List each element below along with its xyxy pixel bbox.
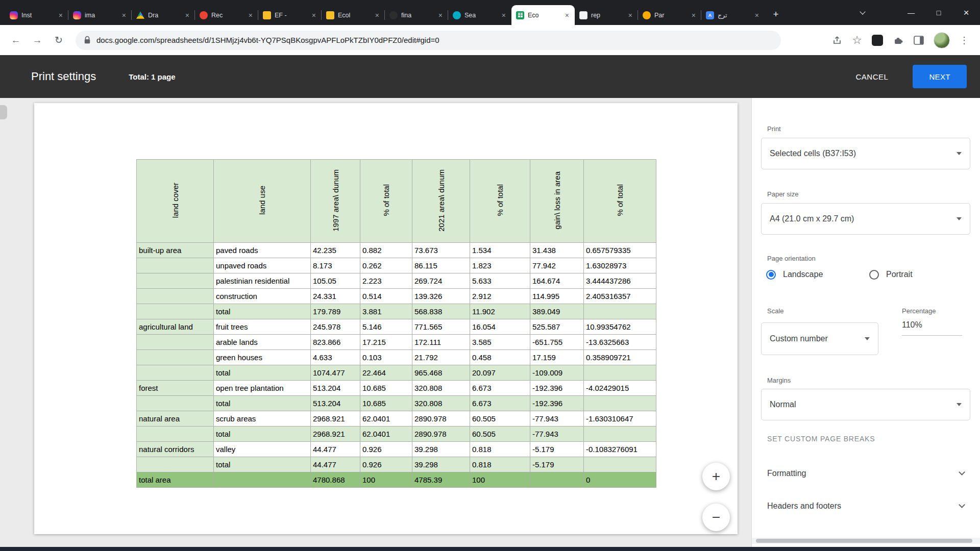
- tab-close-icon[interactable]: ×: [58, 11, 64, 19]
- table-cell: [137, 427, 214, 442]
- print-settings-header: Print settings Total: 1 page CANCEL NEXT: [0, 55, 980, 98]
- table-cell: 3.585: [470, 335, 530, 350]
- tab-close-icon[interactable]: ×: [248, 11, 254, 19]
- cancel-button[interactable]: CANCEL: [853, 67, 892, 86]
- kebab-menu-icon[interactable]: ⋮: [960, 35, 969, 46]
- scale-select[interactable]: Custom number: [761, 322, 878, 355]
- browser-tab[interactable]: ima×: [68, 5, 132, 25]
- table-row: built-up areapaved roads42.2350.88273.67…: [137, 243, 656, 258]
- tab-close-icon[interactable]: ×: [564, 11, 570, 19]
- table-cell: 100: [360, 472, 412, 488]
- tab-title: fina: [401, 12, 434, 19]
- address-bar[interactable]: docs.google.com/spreadsheets/d/1SHMjzj4v…: [76, 31, 781, 50]
- browser-tab[interactable]: Ecol×: [322, 5, 385, 25]
- scrollbar-thumb[interactable]: [756, 539, 972, 543]
- tab-search-chevron-icon[interactable]: [851, 0, 874, 25]
- close-button[interactable]: ×: [952, 0, 980, 25]
- tab-close-icon[interactable]: ×: [374, 11, 380, 19]
- formatting-section-toggle[interactable]: Formatting: [752, 462, 980, 485]
- table-row: natural corridorsvalley44.4770.92639.298…: [137, 442, 656, 457]
- browser-tab[interactable]: fina×: [385, 5, 448, 25]
- headers-footers-section-toggle[interactable]: Headers and footers: [752, 495, 980, 517]
- puzzle-extensions-icon[interactable]: [893, 35, 904, 46]
- lock-icon: [84, 36, 91, 44]
- share-icon[interactable]: [832, 35, 842, 45]
- paper-size-value: A4 (21.0 cm x 29.7 cm): [770, 214, 854, 223]
- print-options-sidebar: Print Selected cells (B37:I53) Paper siz…: [751, 98, 980, 547]
- browser-tab[interactable]: Eco×: [511, 5, 575, 25]
- table-cell: 42.235: [311, 243, 360, 258]
- bookmark-star-icon[interactable]: ☆: [852, 34, 862, 47]
- tab-close-icon[interactable]: ×: [121, 11, 127, 19]
- table-cell: 2968.921: [311, 411, 360, 427]
- browser-tab[interactable]: Aترج×: [701, 5, 765, 25]
- tab-close-icon[interactable]: ×: [184, 11, 190, 19]
- minimize-button[interactable]: —: [897, 0, 925, 25]
- profile-avatar[interactable]: [934, 32, 950, 48]
- table-cell: [214, 472, 311, 488]
- landscape-radio[interactable]: Landscape: [766, 267, 823, 282]
- extension-icon[interactable]: [872, 35, 883, 46]
- browser-tab[interactable]: Rec×: [195, 5, 258, 25]
- next-button[interactable]: NEXT: [913, 65, 967, 88]
- browser-tab[interactable]: Dra×: [132, 5, 195, 25]
- table-cell: 525.587: [530, 319, 584, 335]
- tab-close-icon[interactable]: ×: [311, 11, 317, 19]
- maximize-button[interactable]: □: [925, 0, 952, 25]
- forward-icon[interactable]: →: [29, 32, 46, 49]
- preview-area: land coverland use1997 area\ dunum% of t…: [0, 98, 751, 547]
- browser-tab[interactable]: EF -×: [258, 5, 322, 25]
- browser-tab[interactable]: Inst×: [5, 5, 68, 25]
- table-cell: 0.926: [360, 442, 412, 457]
- scrollbar-thumb[interactable]: [0, 105, 7, 119]
- reload-icon[interactable]: ↻: [50, 32, 67, 49]
- table-row: palestinian residential105.052.223269.72…: [137, 273, 656, 289]
- tab-title: Par: [654, 12, 687, 19]
- new-tab-button[interactable]: +: [768, 6, 784, 22]
- zoom-in-button[interactable]: +: [702, 463, 730, 490]
- tab-close-icon[interactable]: ×: [437, 11, 444, 19]
- set-custom-page-breaks-button[interactable]: SET CUSTOM PAGE BREAKS: [767, 435, 875, 443]
- generic-icon: [389, 11, 398, 19]
- table-cell: [584, 365, 656, 381]
- portrait-radio[interactable]: Portrait: [869, 267, 913, 282]
- tab-close-icon[interactable]: ×: [501, 11, 507, 19]
- table-cell: 0: [584, 472, 656, 488]
- tab-close-icon[interactable]: ×: [627, 11, 633, 19]
- table-cell: arable lands: [214, 335, 311, 350]
- table-cell: 568.838: [412, 304, 470, 319]
- table-cell: construction: [214, 289, 311, 304]
- browser-tab[interactable]: Sea×: [448, 5, 511, 25]
- table-cell: [137, 335, 214, 350]
- percentage-input[interactable]: 110%: [902, 320, 962, 336]
- zoom-out-button[interactable]: −: [702, 504, 730, 531]
- radio-selected-icon: [766, 270, 776, 280]
- tab-title: Ecol: [338, 12, 371, 19]
- browser-toolbar: ← → ↻ docs.google.com/spreadsheets/d/1SH…: [0, 25, 980, 55]
- print-range-select[interactable]: Selected cells (B37:I53): [761, 138, 970, 169]
- instagram-icon: [73, 11, 81, 19]
- chevron-down-icon: [957, 403, 962, 406]
- tab-close-icon[interactable]: ×: [754, 11, 760, 19]
- table-cell: valley: [214, 442, 311, 457]
- table-cell: 4785.39: [412, 472, 470, 488]
- tab-title: ترج: [718, 11, 750, 19]
- print-preview-page: land coverland use1997 area\ dunum% of t…: [34, 103, 738, 534]
- table-cell: natural corridors: [137, 442, 214, 457]
- browser-tab[interactable]: Par×: [638, 5, 701, 25]
- browser-tab[interactable]: rep×: [575, 5, 638, 25]
- table-cell: 24.331: [311, 289, 360, 304]
- tab-close-icon[interactable]: ×: [691, 11, 697, 19]
- column-header: gain\ loss in area: [530, 160, 584, 243]
- side-panel-icon[interactable]: [914, 36, 924, 45]
- table-cell: 1.823: [470, 258, 530, 273]
- table-cell: 86.115: [412, 258, 470, 273]
- table-row: construction24.3310.514139.3262.912114.9…: [137, 289, 656, 304]
- chevron-down-icon: [957, 152, 962, 155]
- table-cell: [137, 273, 214, 289]
- paper-size-select[interactable]: A4 (21.0 cm x 29.7 cm): [761, 203, 970, 235]
- back-icon[interactable]: ←: [7, 32, 24, 49]
- margins-select[interactable]: Normal: [761, 389, 970, 420]
- table-cell: green houses: [214, 350, 311, 365]
- paper-size-label: Paper size: [767, 190, 798, 198]
